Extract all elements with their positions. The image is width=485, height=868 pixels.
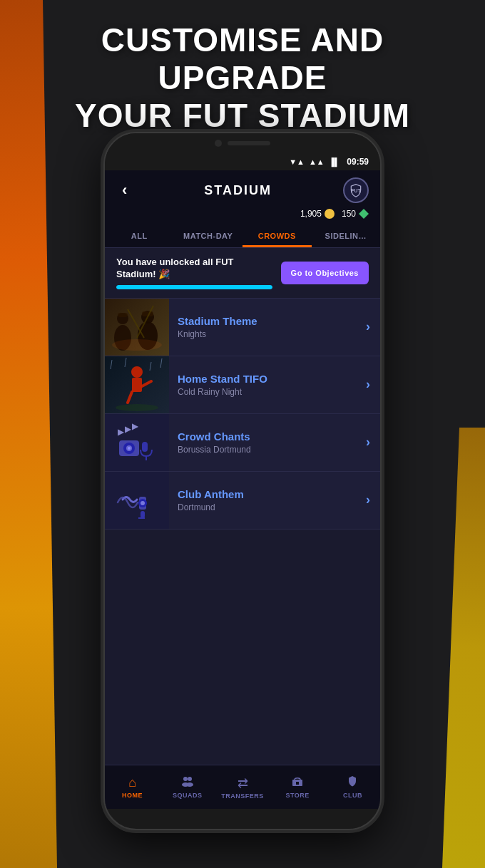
bottom-navigation: ⌂ HOME SQUADS ⇄ — [105, 765, 380, 809]
club-icon — [347, 775, 358, 790]
chants-arrow: › — [366, 435, 380, 450]
svg-point-12 — [131, 366, 143, 378]
list-item-stadium-theme[interactable]: Stadium Theme Knights › — [105, 299, 380, 356]
store-label: STORE — [286, 792, 310, 799]
squads-icon — [181, 775, 194, 790]
status-bar: ▼▲ ▲▲ ▐▌ 09:59 — [105, 153, 380, 170]
chants-title: Crowd Chants — [178, 430, 357, 443]
phone-speaker — [228, 141, 270, 145]
bg-right-decoration — [442, 428, 485, 868]
anthem-subtitle: Dortmund — [178, 502, 357, 512]
chants-subtitle: Borussia Dortmund — [178, 445, 357, 455]
home-icon: ⌂ — [128, 775, 136, 790]
hero-section: CUSTOMISE AND UPGRADE YOUR FUT STADIUM — [0, 21, 485, 135]
stadium-theme-info: Stadium Theme Knights — [169, 306, 366, 348]
coin-amount: 1,905 — [300, 209, 322, 219]
tifo-artwork — [105, 356, 169, 413]
nav-item-store[interactable]: STORE — [270, 771, 325, 803]
svg-rect-28 — [142, 442, 148, 452]
app-header: ‹ STADIUM FUT 1,905 150 — [105, 170, 380, 224]
anthem-info: Club Anthem Dortmund — [169, 480, 366, 521]
wifi-icon: ▼▲ — [289, 157, 305, 166]
list-item-home-stand-tifo[interactable]: Home Stand TIFO Cold Rainy Night › — [105, 356, 380, 414]
coin-balance: 1,905 — [300, 209, 335, 219]
svg-point-10 — [112, 339, 162, 351]
tab-crowds[interactable]: CROWDS — [242, 224, 312, 247]
svg-rect-33 — [141, 511, 145, 518]
stadium-theme-subtitle: Knights — [178, 329, 357, 339]
svg-rect-40 — [296, 782, 299, 785]
currency-row: 1,905 150 — [116, 209, 369, 224]
svg-point-35 — [183, 777, 188, 781]
transfers-label: TRANSFERS — [221, 792, 264, 800]
knights-artwork — [105, 299, 169, 356]
nav-item-club[interactable]: CLUB — [325, 771, 380, 803]
nav-item-home[interactable]: ⌂ HOME — [105, 771, 160, 803]
svg-point-32 — [141, 501, 145, 505]
chants-info: Crowd Chants Borussia Dortmund — [169, 422, 366, 463]
status-time: 09:59 — [347, 157, 369, 167]
page-title: STADIUM — [204, 183, 272, 198]
fut-icon[interactable]: FUT — [343, 177, 369, 203]
phone-mockup: ▼▲ ▲▲ ▐▌ 09:59 ‹ STADIUM FUT — [103, 132, 382, 830]
chants-icon-svg: ▶ ▶ ▶ — [112, 419, 162, 465]
svg-point-38 — [186, 782, 193, 787]
battery-icon: ▐▌ — [329, 157, 340, 166]
gem-icon — [359, 209, 369, 219]
tifo-title: Home Stand TIFO — [178, 373, 357, 385]
progress-fill — [116, 285, 272, 289]
svg-text:▶: ▶ — [125, 425, 132, 433]
nav-item-transfers[interactable]: ⇄ TRANSFERS — [215, 771, 270, 804]
anthem-arrow: › — [366, 492, 380, 507]
tifo-thumbnail — [105, 356, 169, 413]
squads-label: SQUADS — [173, 792, 203, 799]
svg-point-27 — [128, 447, 131, 450]
list-item-club-anthem[interactable]: Club Anthem Dortmund › — [105, 472, 380, 529]
tab-match-day[interactable]: MATCH-DAY — [174, 224, 243, 247]
transfers-icon: ⇄ — [238, 775, 248, 791]
anthem-icon-svg — [112, 477, 162, 523]
svg-rect-13 — [132, 378, 142, 392]
chants-thumbnail: ▶ ▶ ▶ — [105, 414, 169, 471]
svg-rect-4 — [118, 313, 128, 317]
store-icon — [291, 775, 304, 790]
shield-icon: FUT — [349, 183, 363, 197]
svg-text:▶: ▶ — [132, 422, 139, 430]
anthem-title: Club Anthem — [178, 488, 357, 500]
home-label: HOME — [122, 792, 143, 799]
unlock-text-block: You have unlocked all FUT Stadium! 🎉 — [116, 257, 272, 289]
hero-title: CUSTOMISE AND UPGRADE YOUR FUT STADIUM — [43, 21, 442, 135]
phone-camera — [215, 140, 222, 147]
stadium-theme-title: Stadium Theme — [178, 315, 357, 327]
tabs-row: ALL MATCH-DAY CROWDS SIDELIN… — [105, 224, 380, 248]
nav-item-squads[interactable]: SQUADS — [160, 771, 215, 803]
unlock-text: You have unlocked all FUT Stadium! 🎉 — [116, 257, 272, 281]
tifo-arrow: › — [366, 377, 380, 392]
club-label: CLUB — [343, 792, 362, 799]
svg-point-20 — [116, 404, 158, 411]
coin-icon — [325, 209, 335, 219]
phone-top-bar — [105, 133, 380, 153]
gem-amount: 150 — [342, 209, 356, 219]
gem-balance: 150 — [342, 209, 369, 219]
tab-sideline[interactable]: SIDELIN… — [312, 224, 381, 247]
unlock-banner: You have unlocked all FUT Stadium! 🎉 Go … — [105, 248, 380, 299]
phone-body: ▼▲ ▲▲ ▐▌ 09:59 ‹ STADIUM FUT — [103, 132, 382, 830]
tifo-info: Home Stand TIFO Cold Rainy Night — [169, 364, 366, 405]
anthem-thumbnail — [105, 472, 169, 529]
stadium-theme-arrow: › — [366, 319, 380, 334]
progress-bar — [116, 285, 272, 289]
signal-icon: ▲▲ — [309, 157, 325, 166]
tifo-subtitle: Cold Rainy Night — [178, 387, 357, 397]
back-button[interactable]: ‹ — [116, 178, 133, 202]
tab-all[interactable]: ALL — [105, 224, 174, 247]
list-item-crowd-chants[interactable]: ▶ ▶ ▶ — [105, 414, 380, 472]
go-to-objectives-button[interactable]: Go to Objectives — [281, 262, 369, 284]
content-area: You have unlocked all FUT Stadium! 🎉 Go … — [105, 248, 380, 765]
stadium-theme-thumbnail — [105, 299, 169, 356]
svg-text:▶: ▶ — [118, 428, 125, 436]
header-top-row: ‹ STADIUM FUT — [116, 177, 369, 203]
app-screen: ‹ STADIUM FUT 1,905 150 — [105, 170, 380, 809]
svg-text:FUT: FUT — [352, 188, 361, 193]
svg-point-36 — [188, 777, 192, 781]
